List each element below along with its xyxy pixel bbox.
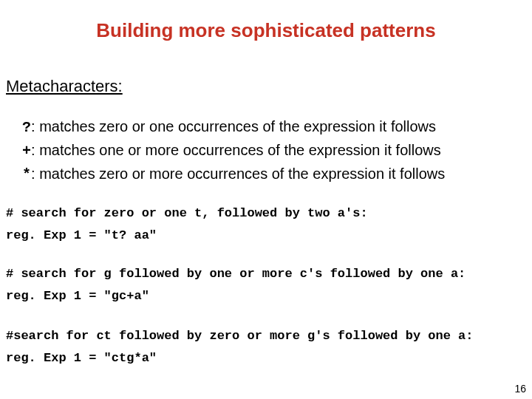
slide: Building more sophisticated patterns Met…	[0, 0, 532, 399]
meta-desc: : matches zero or more occurrences of th…	[31, 166, 445, 182]
meta-symbol: ?	[22, 119, 31, 136]
slide-number: 16	[514, 383, 526, 395]
code-comment: # search for g followed by one or more c…	[6, 263, 466, 285]
code-expression: reg. Exp 1 = "t? aa"	[6, 225, 368, 247]
meta-item-question: ?: matches zero or one occurrences of th…	[22, 115, 445, 139]
code-comment: #search for ct followed by zero or more …	[6, 325, 474, 347]
meta-item-plus: +: matches one or more occurrences of th…	[22, 139, 445, 163]
code-expression: reg. Exp 1 = "gc+a"	[6, 285, 466, 307]
section-heading-metacharacters: Metacharacters:	[6, 77, 123, 96]
code-example-3: #search for ct followed by zero or more …	[6, 325, 474, 369]
meta-item-star: *: matches zero or more occurrences of t…	[22, 163, 445, 186]
code-example-1: # search for zero or one t, followed by …	[6, 202, 368, 247]
code-expression: reg. Exp 1 = "ctg*a"	[6, 347, 474, 369]
meta-desc: : matches one or more occurrences of the…	[31, 142, 441, 158]
meta-desc: : matches zero or one occurrences of the…	[31, 118, 436, 134]
meta-symbol: *	[22, 166, 31, 183]
code-comment: # search for zero or one t, followed by …	[6, 202, 368, 225]
metacharacter-list: ?: matches zero or one occurrences of th…	[22, 115, 445, 186]
code-example-2: # search for g followed by one or more c…	[6, 263, 466, 307]
meta-symbol: +	[22, 143, 31, 160]
slide-title: Building more sophisticated patterns	[0, 19, 532, 42]
